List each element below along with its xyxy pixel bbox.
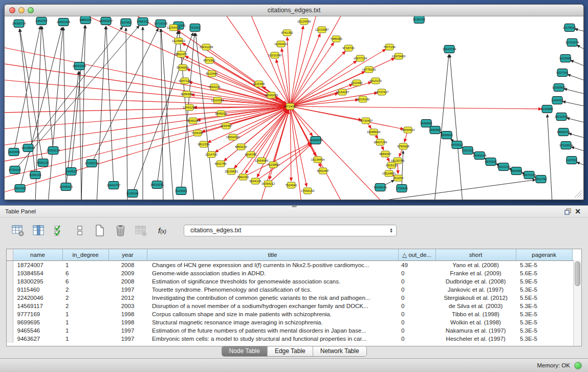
tab-node-table[interactable]: Node Table bbox=[222, 346, 267, 356]
graph-edge[interactable] bbox=[290, 106, 291, 181]
graph-edge[interactable] bbox=[569, 134, 583, 138]
graph-edge[interactable] bbox=[262, 111, 288, 161]
table-row[interactable]: 2242004622012Investigating the contribut… bbox=[7, 294, 581, 302]
table-row[interactable]: 946554611997Estimation of the future num… bbox=[7, 326, 581, 335]
graph-node[interactable]: 8128244 bbox=[126, 190, 139, 198]
graph-node[interactable]: 10719195 bbox=[154, 20, 168, 28]
graph-edge[interactable] bbox=[5, 47, 290, 106]
table-cell[interactable]: 1998 bbox=[108, 310, 147, 318]
graph-node[interactable]: 4431756 bbox=[214, 161, 227, 167]
table-cell[interactable]: 1997 bbox=[108, 286, 147, 294]
table-cell[interactable]: 0 bbox=[398, 294, 435, 302]
graph-edge[interactable] bbox=[14, 27, 40, 152]
column-header[interactable]: year bbox=[108, 249, 147, 261]
graph-node[interactable]: 9124561 bbox=[175, 187, 187, 195]
graph-node[interactable]: 9684067 bbox=[379, 151, 391, 157]
table-cell[interactable]: 1998 bbox=[108, 318, 147, 326]
select-all-rows-button[interactable] bbox=[52, 224, 66, 237]
graph-node[interactable]: 9034781 bbox=[245, 151, 257, 158]
graph-node[interactable]: 9352497 bbox=[317, 168, 329, 174]
column-header[interactable]: pagerank bbox=[516, 249, 572, 261]
table-cell[interactable]: 9699695 bbox=[13, 318, 62, 326]
table-cell[interactable]: 2009 bbox=[108, 269, 147, 277]
table-cell[interactable]: Estimation of the future numbers of pati… bbox=[147, 326, 398, 335]
function-builder-button[interactable]: f(x) bbox=[155, 224, 170, 237]
table-cell[interactable]: 1 bbox=[62, 335, 108, 343]
graph-node[interactable]: 20053124 bbox=[47, 147, 60, 155]
graph-edge[interactable] bbox=[575, 29, 583, 32]
graph-edge[interactable] bbox=[564, 89, 583, 94]
table-cell[interactable]: 5.5E-5 bbox=[516, 294, 572, 302]
panel-splitter-handle[interactable] bbox=[292, 205, 297, 207]
table-cell[interactable]: Dudbridge et al. (2008) bbox=[435, 277, 516, 286]
column-header[interactable]: title bbox=[147, 249, 398, 261]
nodes-layer[interactable]: 1872400724055724335476720691406988603810… bbox=[8, 16, 579, 198]
table-cell[interactable]: Estimation of significance thresholds fo… bbox=[147, 277, 398, 286]
table-cell[interactable]: 19384554 bbox=[13, 269, 62, 277]
graph-edge[interactable] bbox=[5, 106, 290, 178]
delete-table-button[interactable] bbox=[134, 224, 148, 237]
graph-edge[interactable] bbox=[5, 106, 290, 145]
graph-edge[interactable] bbox=[290, 61, 357, 106]
graph-node[interactable]: 24055724 bbox=[12, 20, 26, 28]
table-cell[interactable]: 5.3E-5 bbox=[516, 302, 572, 310]
graph-node[interactable]: 10688609 bbox=[367, 129, 381, 135]
table-cell[interactable]: 1997 bbox=[108, 335, 147, 343]
graph-node[interactable]: 15751874 bbox=[565, 39, 579, 47]
graph-node[interactable]: 15239661 bbox=[225, 168, 238, 174]
graph-edge[interactable] bbox=[20, 29, 43, 163]
table-cell[interactable]: 18300295 bbox=[13, 277, 62, 286]
graph-node[interactable]: 10653257 bbox=[99, 17, 113, 25]
graph-node[interactable]: 17250374 bbox=[85, 160, 99, 167]
table-cell[interactable]: 9465546 bbox=[13, 326, 62, 335]
show-columns-button[interactable] bbox=[32, 224, 46, 237]
graph-node[interactable]: 16977134 bbox=[354, 55, 367, 61]
graph-node[interactable]: 17016504 bbox=[559, 142, 573, 149]
graph-node[interactable]: 9571992 bbox=[203, 57, 215, 63]
resize-grip[interactable] bbox=[575, 190, 582, 198]
graph-edge[interactable] bbox=[402, 151, 403, 188]
graph-edge[interactable] bbox=[290, 106, 342, 200]
graph-node[interactable]: 16312210 bbox=[497, 163, 511, 171]
graph-edge[interactable] bbox=[290, 106, 403, 129]
graph-node[interactable]: 252254 bbox=[393, 175, 404, 181]
graph-node[interactable]: 15654320 bbox=[226, 134, 240, 140]
graph-edge[interactable] bbox=[97, 27, 105, 200]
graph-node[interactable]: 9286980 bbox=[181, 91, 193, 97]
graph-node[interactable]: 8938923 bbox=[441, 132, 453, 139]
table-cell[interactable]: Tourette syndrome. Phenomenology and cla… bbox=[147, 286, 398, 294]
graph-node[interactable]: 14196141 bbox=[374, 184, 387, 191]
graph-node[interactable]: 9718743 bbox=[342, 45, 355, 51]
table-cell[interactable]: 0 bbox=[398, 335, 435, 343]
graph-node[interactable]: 9155133 bbox=[29, 171, 41, 179]
graph-node[interactable]: 15720407 bbox=[359, 118, 373, 124]
graph-node[interactable]: 11178621 bbox=[563, 24, 576, 32]
table-cell[interactable]: 1 bbox=[62, 326, 108, 335]
graph-node[interactable]: 8824556 bbox=[510, 167, 522, 175]
tab-edge-table[interactable]: Edge Table bbox=[267, 346, 313, 356]
graph-edge[interactable] bbox=[577, 162, 583, 166]
graph-node[interactable]: 10471234 bbox=[522, 171, 536, 179]
graph-node[interactable]: 8215958 bbox=[541, 105, 553, 113]
graph-node[interactable]: 9034125 bbox=[249, 178, 262, 184]
table-cell[interactable]: Corpus callosum shape and size in male p… bbox=[147, 310, 398, 318]
clear-selection-button[interactable] bbox=[73, 224, 86, 237]
graph-node[interactable]: 10431208 bbox=[200, 44, 213, 50]
table-cell[interactable]: 0 bbox=[398, 326, 435, 335]
network-view[interactable]: 1872400724055724335476720691406988603810… bbox=[5, 16, 583, 200]
graph-edge[interactable] bbox=[126, 28, 127, 200]
graph-node[interactable]: 14519241 bbox=[150, 181, 164, 189]
graph-node[interactable]: 9115460 bbox=[253, 81, 266, 87]
table-row[interactable]: 1938455462009Genome-wide association stu… bbox=[7, 269, 581, 277]
table-row[interactable]: 946362711997Embryonic stem cells: a mode… bbox=[7, 335, 581, 343]
graph-node[interactable]: 11254410 bbox=[274, 41, 288, 47]
graph-node[interactable]: 8139704 bbox=[413, 16, 425, 24]
graph-node[interactable]: 9510273 bbox=[369, 78, 382, 84]
table-cell[interactable]: 9115460 bbox=[13, 286, 62, 294]
graph-edge[interactable] bbox=[290, 106, 316, 156]
graph-edge[interactable] bbox=[577, 45, 583, 50]
graph-node[interactable]: 15138994 bbox=[21, 144, 35, 152]
table-cell[interactable]: 0 bbox=[398, 269, 435, 277]
table-cell[interactable]: Disruption of a novel member of a sodium… bbox=[147, 302, 398, 310]
table-cell[interactable]: 18724007 bbox=[13, 261, 62, 270]
